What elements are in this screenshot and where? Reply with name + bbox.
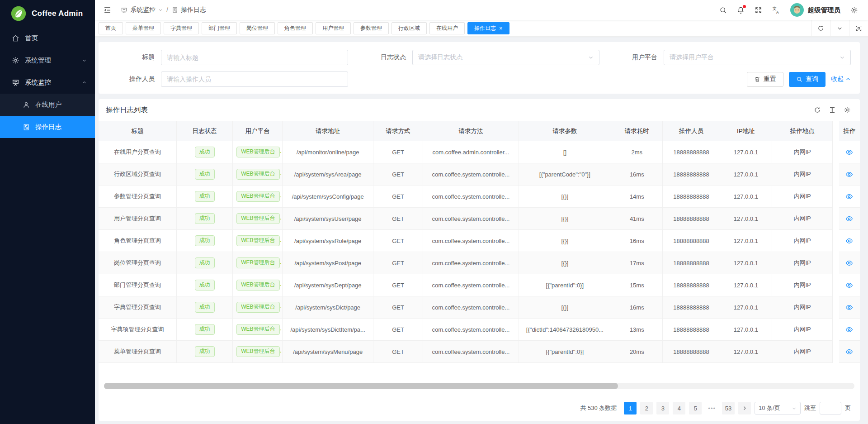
cell-location: 内网IP — [772, 296, 832, 319]
main-area: 系统监控 / 操作日志 文A 超级管理员 — [95, 0, 868, 424]
cell-status: 成功 — [176, 163, 232, 186]
settings-gear-icon[interactable] — [850, 6, 858, 14]
chevron-down-icon — [588, 55, 594, 60]
cell-status: 成功 — [176, 186, 232, 208]
bell-icon[interactable] — [737, 6, 745, 14]
view-detail-eye-icon[interactable] — [845, 348, 853, 356]
tab-8[interactable]: 行政区域 — [392, 22, 427, 34]
view-detail-eye-icon[interactable] — [845, 237, 853, 245]
tab-3[interactable]: 部门管理 — [202, 22, 237, 34]
sidebar-item-system-monitor[interactable]: 系统监控 — [0, 71, 95, 94]
cell-url: /api/system/sysPost/page — [283, 252, 373, 274]
user-icon — [23, 101, 30, 109]
cell-status: 成功 — [176, 230, 232, 252]
tab-1[interactable]: 菜单管理 — [126, 22, 161, 34]
avatar — [790, 3, 804, 17]
search-icon[interactable] — [719, 6, 727, 14]
fullscreen-icon[interactable] — [755, 6, 762, 14]
cell-title: 岗位管理分页查询 — [99, 252, 176, 274]
logo[interactable]: Coffee Admin — [0, 0, 95, 27]
cell-title: 参数管理分页查询 — [99, 186, 176, 208]
tab-4[interactable]: 岗位管理 — [240, 22, 275, 34]
operator-input[interactable] — [167, 76, 342, 83]
scrollbar-thumb[interactable] — [104, 383, 618, 389]
chevron-down-icon — [158, 8, 163, 12]
density-icon[interactable] — [829, 106, 836, 114]
cell-duration: 41ms — [611, 208, 663, 230]
tab-label: 操作日志 — [474, 24, 496, 32]
log-status-select[interactable]: 请选择日志状态 — [412, 50, 599, 65]
page-button-2[interactable]: 2 — [640, 402, 653, 414]
chevron-down-icon — [840, 55, 845, 60]
tab-7[interactable]: 参数管理 — [354, 22, 389, 34]
status-badge: 成功 — [195, 191, 215, 202]
cell-ip: 127.0.0.1 — [720, 341, 772, 363]
reset-button[interactable]: 重置 — [747, 72, 783, 87]
table-row: 用户管理分页查询成功WEB管理后台/api/system/sysUser/pag… — [99, 208, 860, 230]
platform-badge: WEB管理后台 — [236, 235, 279, 246]
user-menu[interactable]: 超级管理员 — [790, 3, 841, 17]
title-input[interactable] — [167, 54, 342, 61]
chevron-down-icon[interactable] — [830, 20, 849, 36]
refresh-icon[interactable] — [811, 20, 830, 36]
platform-badge: WEB管理后台 — [236, 324, 279, 335]
page-button-1[interactable]: 1 — [624, 402, 637, 414]
jump-prefix-label: 跳至 — [804, 404, 816, 412]
view-detail-eye-icon[interactable] — [845, 304, 853, 311]
sidebar-item-home[interactable]: 首页 — [0, 27, 95, 49]
view-detail-eye-icon[interactable] — [845, 215, 853, 223]
close-icon[interactable]: × — [499, 25, 503, 31]
cell-operator: 18888888888 — [663, 319, 720, 341]
table-toolbar — [814, 106, 851, 114]
page-button-5[interactable]: 5 — [689, 402, 702, 414]
menu-fold-icon[interactable] — [103, 6, 112, 14]
breadcrumb-parent[interactable]: 系统监控 — [121, 6, 163, 14]
cell-method: GET — [373, 252, 423, 274]
collapse-link[interactable]: 收起 — [831, 75, 851, 83]
sidebar-item-system-manage[interactable]: 系统管理 — [0, 49, 95, 71]
tab-2[interactable]: 字典管理 — [164, 22, 199, 34]
maximize-icon[interactable] — [849, 20, 868, 36]
platform-select[interactable]: 请选择用户平台 — [664, 50, 851, 65]
chevron-down-icon — [792, 406, 797, 411]
cell-url: /api/monitor/online/page — [283, 141, 373, 163]
view-detail-eye-icon[interactable] — [845, 326, 853, 333]
page-button-4[interactable]: 4 — [673, 402, 685, 414]
platform-badge: WEB管理后台 — [236, 346, 279, 357]
cell-title: 角色管理分页查询 — [99, 230, 176, 252]
cell-url: /api/system/sysArea/page — [283, 163, 373, 186]
page-button-3[interactable]: 3 — [656, 402, 669, 414]
sidebar-item-operation-log[interactable]: 操作日志 — [0, 116, 95, 138]
column-header: 操作人员 — [663, 121, 720, 141]
tab-9[interactable]: 在线用户 — [429, 22, 465, 34]
view-detail-eye-icon[interactable] — [845, 171, 853, 178]
page-button-53[interactable]: 53 — [722, 402, 735, 414]
pagination-pages: 12345•••53 — [624, 402, 735, 414]
tab-0[interactable]: 首页 — [99, 22, 123, 34]
tab-10[interactable]: 操作日志× — [467, 22, 509, 34]
refresh-icon[interactable] — [814, 106, 821, 114]
view-detail-eye-icon[interactable] — [845, 259, 853, 267]
cell-status: 成功 — [176, 252, 232, 274]
table-row: 行政区域分页查询成功WEB管理后台/api/system/sysArea/pag… — [99, 163, 860, 186]
next-page-button[interactable] — [738, 402, 751, 414]
view-detail-eye-icon[interactable] — [845, 193, 853, 200]
tab-5[interactable]: 角色管理 — [278, 22, 313, 34]
cell-title: 在线用户分页查询 — [99, 141, 176, 163]
cell-url: /api/system/sysDict/page — [283, 296, 373, 319]
cell-method: GET — [373, 186, 423, 208]
page-size-select[interactable]: 10 条/页 — [755, 402, 801, 414]
settings-gear-icon[interactable] — [844, 106, 851, 114]
cell-duration: 14ms — [611, 186, 663, 208]
cell-operator: 18888888888 — [663, 230, 720, 252]
view-detail-eye-icon[interactable] — [845, 281, 853, 289]
pagination-total: 共 530 条数据 — [580, 404, 617, 412]
translate-icon[interactable]: 文A — [772, 6, 780, 14]
tab-6[interactable]: 用户管理 — [316, 22, 351, 34]
breadcrumb-separator: / — [166, 6, 168, 14]
home-icon — [12, 34, 19, 42]
sidebar-item-online-users[interactable]: 在线用户 — [0, 94, 95, 116]
search-button[interactable]: 查询 — [789, 72, 826, 87]
jump-page-input[interactable] — [820, 402, 841, 414]
view-detail-eye-icon[interactable] — [845, 148, 853, 156]
